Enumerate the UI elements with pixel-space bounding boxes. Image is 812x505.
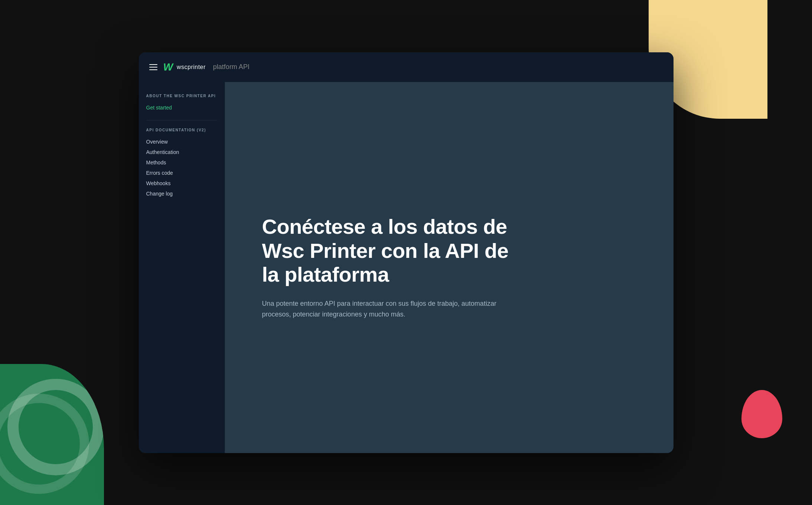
content-area: Conéctese a los datos de Wsc Printer con…: [225, 82, 674, 453]
sidebar-item-get-started[interactable]: Get started: [146, 102, 217, 113]
hero-section: Conéctese a los datos de Wsc Printer con…: [262, 215, 515, 320]
logo-w-icon: W: [163, 62, 173, 72]
browser-window: W wscprinter platform API ABOUT THE WSC …: [139, 52, 674, 453]
decorative-green-shape: [0, 364, 104, 505]
decorative-red-shape: [741, 390, 782, 438]
logo-area: W wscprinter: [163, 62, 206, 72]
sidebar-section-api-docs: API DOCUMENTATION (V2): [146, 128, 217, 132]
sidebar-item-methods[interactable]: Methods: [146, 157, 217, 168]
hero-title: Conéctese a los datos de Wsc Printer con…: [262, 215, 515, 286]
header-title: platform API: [213, 63, 250, 71]
app-header: W wscprinter platform API: [139, 52, 674, 82]
sidebar-item-change-log[interactable]: Change log: [146, 188, 217, 199]
sidebar-item-overview[interactable]: Overview: [146, 137, 217, 147]
hero-subtitle: Una potente entorno API para interactuar…: [262, 298, 515, 320]
sidebar-item-errors-code[interactable]: Errors code: [146, 168, 217, 178]
logo-brand-name: wscprinter: [177, 64, 206, 70]
hamburger-menu-button[interactable]: [149, 64, 157, 70]
sidebar-item-authentication[interactable]: Authentication: [146, 147, 217, 157]
sidebar: ABOUT THE WSC PRINTER API Get started AP…: [139, 82, 225, 453]
main-layout: ABOUT THE WSC PRINTER API Get started AP…: [139, 82, 674, 453]
sidebar-divider: [146, 120, 217, 121]
sidebar-item-webhooks[interactable]: Webhooks: [146, 178, 217, 188]
sidebar-section-about: ABOUT THE WSC PRINTER API: [146, 94, 217, 98]
